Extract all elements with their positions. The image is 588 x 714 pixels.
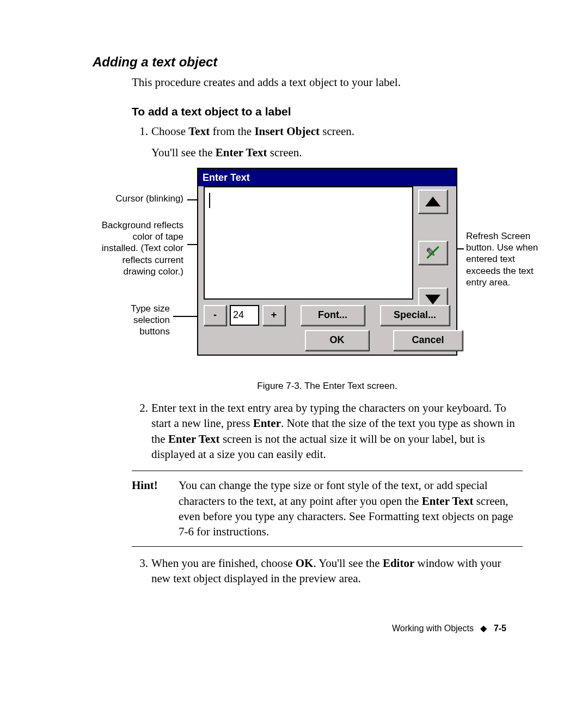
bold-text: Editor: [383, 557, 414, 570]
triangle-up-icon: [425, 197, 440, 206]
text: Choose: [151, 125, 188, 138]
callout-background: Background reflects color of tape instal…: [99, 219, 183, 277]
bold-text: Insert Object: [254, 125, 320, 138]
callout-cursor: Cursor (blinking): [102, 193, 183, 204]
step-2: 2. Enter text in the text entry area by …: [132, 400, 523, 462]
step-number: 1.: [132, 124, 151, 139]
subsection-heading: To add a text object to a label: [132, 105, 523, 118]
bold-text: Enter: [253, 417, 281, 430]
hint-body: You can change the type size or font sty…: [179, 478, 523, 539]
scroll-up-button[interactable]: [418, 190, 448, 213]
hint-label: Hint!: [132, 478, 179, 539]
step-3: 3. When you are finished, choose OK. You…: [132, 556, 523, 587]
bold-text: OK: [296, 557, 314, 570]
bold-text: Enter Text: [216, 146, 267, 159]
step-body: Enter text in the text entry area by typ…: [151, 400, 523, 462]
step-number: 2.: [132, 400, 151, 416]
footer-chapter: Working with Objects: [392, 624, 474, 633]
hint-block: Hint! You can change the type size or fo…: [132, 471, 523, 546]
button-row-top: - 24 + Font... Special...: [204, 305, 450, 326]
cancel-button[interactable]: Cancel: [393, 330, 463, 351]
step-body: When you are finished, choose OK. You'll…: [151, 556, 523, 587]
refresh-icon: [426, 246, 440, 260]
procedure-list: 1. Choose Text from the Insert Object sc…: [132, 124, 523, 462]
special-button[interactable]: Special...: [380, 305, 450, 326]
text: You'll see the: [151, 146, 216, 159]
page-footer: Working with Objects ◆ 7-5: [392, 623, 506, 633]
figure: Cursor (blinking) Background reflects co…: [105, 168, 551, 375]
diamond-icon: ◆: [480, 623, 487, 633]
text: from the: [210, 125, 254, 138]
size-field[interactable]: 24: [230, 305, 259, 326]
step-body: Choose Text from the Insert Object scree…: [151, 124, 523, 160]
enter-text-dialog: Enter Text - 24 + Font...: [197, 168, 457, 356]
text: . You'll see the: [313, 557, 382, 570]
bold-text: Text: [188, 125, 210, 138]
text: When you are finished, choose: [151, 557, 296, 570]
callout-refresh: Refresh Screen button. Use when entered …: [466, 230, 548, 288]
text-cursor-icon: [209, 193, 210, 208]
callout-typesize: Type size selection buttons: [105, 303, 170, 338]
text-entry-area[interactable]: [204, 186, 413, 300]
step-1: 1. Choose Text from the Insert Object sc…: [132, 124, 523, 160]
step-number: 3.: [132, 556, 151, 571]
size-increase-button[interactable]: +: [262, 305, 285, 326]
button-row-bottom: OK Cancel: [305, 330, 463, 351]
intro-paragraph: This procedure creates and adds a text o…: [132, 75, 523, 90]
footer-page-number: 7-5: [494, 624, 506, 633]
section-heading: Adding a text object: [93, 54, 523, 70]
manual-page: Adding a text object This procedure crea…: [0, 0, 588, 714]
procedure-list-continued: 3. When you are finished, choose OK. You…: [132, 556, 523, 587]
refresh-screen-button[interactable]: [418, 241, 448, 265]
dialog-titlebar: Enter Text: [198, 169, 456, 186]
ok-button[interactable]: OK: [305, 330, 369, 351]
font-button[interactable]: Font...: [301, 305, 365, 326]
triangle-down-icon: [425, 295, 440, 304]
bold-text: Enter Text: [422, 495, 474, 508]
figure-caption: Figure 7-3. The Enter Text screen.: [132, 380, 523, 393]
size-decrease-button[interactable]: -: [204, 305, 226, 326]
text: screen.: [320, 125, 354, 138]
bold-text: Enter Text: [168, 432, 220, 446]
text: screen.: [267, 146, 302, 159]
